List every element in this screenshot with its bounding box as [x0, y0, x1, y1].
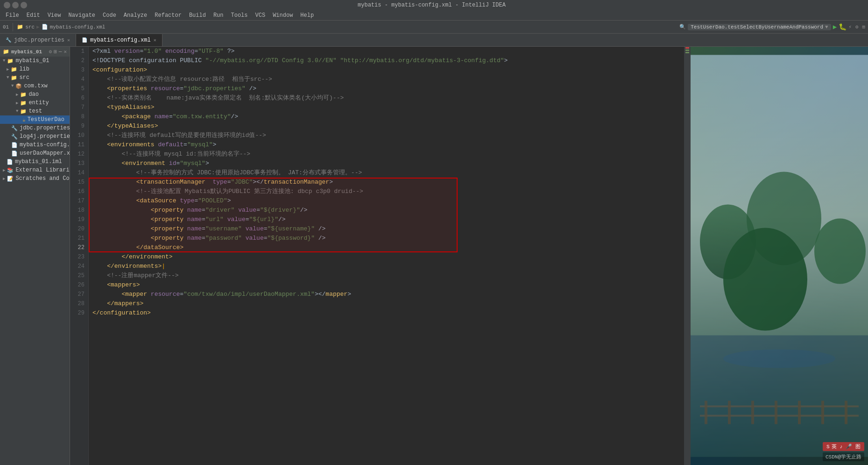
- run-button[interactable]: ▶: [833, 23, 837, 31]
- sidebar: 📁 mybatis_01 ⚙ ⊞ — ✕ ▼ 📁 mybatis_01 ▶ 📁 …: [0, 47, 70, 465]
- code-line-27: <mapper resource="com/txw/dao/impl/userD…: [92, 290, 684, 299]
- toolbar-btn-layout[interactable]: ⊞: [862, 24, 865, 30]
- sidebar-icon-more[interactable]: —: [59, 49, 62, 55]
- window-controls[interactable]: [4, 2, 27, 8]
- minimize-button[interactable]: [4, 2, 10, 8]
- menu-build[interactable]: Build: [185, 10, 210, 20]
- line-num-15: 15: [70, 178, 88, 187]
- debug-button[interactable]: 🐛: [839, 23, 847, 31]
- sidebar-item-src[interactable]: ▼ 📁 src: [0, 73, 70, 82]
- title-bar: mybatis - mybatis-config.xml - IntelliJ …: [0, 0, 868, 10]
- sidebar-header: 📁 mybatis_01 ⚙ ⊞ — ✕: [0, 47, 70, 57]
- menu-view[interactable]: View: [44, 10, 65, 20]
- line-num-11: 11: [70, 140, 88, 150]
- svg-rect-12: [775, 401, 777, 424]
- sidebar-icon-jdbc-props: 🔧: [11, 125, 18, 131]
- sidebar-item-testuseردao[interactable]: ☕ TestUserDao: [0, 115, 70, 124]
- sidebar-item-jdbc-props[interactable]: 🔧 jdbc.properties: [0, 124, 70, 132]
- sidebar-item-mybatis01[interactable]: ▼ 📁 mybatis_01: [0, 57, 70, 65]
- close-button[interactable]: [21, 2, 27, 8]
- menu-code[interactable]: Code: [99, 10, 120, 20]
- window-title: mybatis - mybatis-config.xml - IntelliJ …: [27, 2, 836, 8]
- svg-rect-7: [700, 406, 859, 408]
- sidebar-arrow-ext-libs: ▶: [3, 168, 5, 173]
- sidebar-label-testuserdao: TestUserDao: [28, 116, 64, 123]
- toolbar-search-icon[interactable]: 🔍: [679, 24, 686, 30]
- menu-edit[interactable]: Edit: [23, 10, 44, 20]
- sidebar-icon-settings[interactable]: ⚙: [49, 49, 52, 55]
- svg-point-4: [723, 228, 807, 331]
- code-line-24: </environments>|: [92, 262, 684, 271]
- sidebar-icon-entity: 📁: [20, 100, 27, 106]
- sidebar-icon-mybatis-xml: 📄: [11, 142, 18, 148]
- menu-vcs[interactable]: VCS: [252, 10, 269, 20]
- right-gutter: [684, 47, 691, 465]
- tab-mybatis-config[interactable]: 📄 mybatis-config.xml ✕: [76, 34, 162, 46]
- line-num-3: 3: [70, 65, 88, 75]
- sidebar-label-scratches: Scratches and Consoles: [15, 175, 70, 182]
- menu-window[interactable]: Window: [269, 10, 296, 20]
- menu-navigate[interactable]: Navigate: [64, 10, 99, 20]
- sidebar-icon-java: ☕: [22, 117, 26, 123]
- sidebar-item-iml[interactable]: 📄 mybatis_01.iml: [0, 157, 70, 166]
- sidebar-icon-collapse[interactable]: ✕: [64, 49, 67, 55]
- sidebar-item-mybatis-xml[interactable]: 📄 mybatis-config.xml: [0, 141, 70, 149]
- run-config-selector[interactable]: TestUserDao.testSelectByUsernameAndPassw…: [688, 24, 831, 30]
- code-line-3: <configuration>: [92, 65, 684, 75]
- code-line-28: </mappers>: [92, 299, 684, 308]
- code-line-25: <!--注册mapper文件-->: [92, 271, 684, 280]
- menu-tools[interactable]: Tools: [227, 10, 252, 20]
- tab-jdbc-properties[interactable]: 🔧 jdbc.properties ✕: [0, 34, 76, 46]
- tab-jdbc-icon: 🔧: [6, 37, 11, 43]
- sidebar-item-comtxw[interactable]: ▼ 📦 com.txw: [0, 82, 70, 90]
- menu-refactor[interactable]: Refactor: [151, 10, 185, 20]
- line-num-20: 20: [70, 224, 88, 234]
- background-image-area: CSDN@学无止路 S 英 ♪ 🎤 图: [691, 47, 868, 465]
- sidebar-arrow-comtxw: ▼: [11, 84, 14, 88]
- maximize-button[interactable]: [12, 2, 19, 8]
- sidebar-label-comtxw: com.txw: [24, 83, 47, 89]
- line-num-6: 6: [70, 93, 88, 103]
- sidebar-toolbar-icons: ⚙ ⊞ — ✕: [49, 49, 67, 55]
- sidebar-item-test[interactable]: ▼ 📁 test: [0, 107, 70, 115]
- svg-rect-14: [821, 401, 824, 424]
- menu-run[interactable]: Run: [210, 10, 227, 20]
- toolbar-file-label: mybatis-config.xml: [50, 24, 106, 30]
- menu-file[interactable]: File: [2, 10, 23, 20]
- sidebar-label-lib: lib: [19, 66, 29, 72]
- sidebar-icon-test: 📁: [20, 108, 27, 114]
- sidebar-item-lib[interactable]: ▶ 📁 lib: [0, 65, 70, 73]
- sidebar-item-userdao-mapper[interactable]: 📄 userDaoMapper.xml: [0, 149, 70, 157]
- code-line-8: <package name="com.txw.entity"/>: [92, 112, 684, 122]
- gutter-ok-2: [685, 52, 689, 53]
- editor-area[interactable]: 1 2 3 4 5 6 7 8 9 10 11 12 13 14 15 16 1…: [70, 47, 691, 465]
- menu-analyze[interactable]: Analyze: [120, 10, 151, 20]
- svg-rect-13: [798, 401, 801, 424]
- sidebar-icon-comtxw: 📦: [15, 83, 22, 89]
- tab-jdbc-close[interactable]: ✕: [67, 37, 70, 43]
- code-content[interactable]: <?xml version="1.0" encoding="UTF-8" ?> …: [89, 47, 684, 465]
- sidebar-item-dao[interactable]: ▶ 📁 dao: [0, 90, 70, 99]
- sidebar-label-ext-libs: External Libraries: [15, 167, 70, 173]
- sidebar-item-scratches[interactable]: ▶ 📝 Scratches and Consoles: [0, 174, 70, 183]
- sidebar-item-entity[interactable]: ▶ 📁 entity: [0, 99, 70, 107]
- sidebar-icon-expand[interactable]: ⊞: [54, 49, 57, 55]
- line-num-23: 23: [70, 252, 88, 262]
- line-numbers: 1 2 3 4 5 6 7 8 9 10 11 12 13 14 15 16 1…: [70, 47, 89, 465]
- toolbar-btn-settings[interactable]: ⚙: [855, 24, 859, 30]
- main-layout: 📁 mybatis_01 ⚙ ⊞ — ✕ ▼ 📁 mybatis_01 ▶ 📁 …: [0, 47, 868, 465]
- sidebar-arrow-entity: ▶: [16, 100, 18, 106]
- tab-mybatis-label: mybatis-config.xml: [90, 37, 151, 43]
- menu-help[interactable]: Help: [296, 10, 318, 20]
- sidebar-item-ext-libs[interactable]: ▶ 📚 External Libraries: [0, 166, 70, 174]
- gutter-ok-1: [685, 50, 689, 51]
- code-line-23: </environment>: [92, 252, 684, 262]
- line-num-17: 17: [70, 196, 88, 206]
- toolbar-icon-folder: 📁: [17, 24, 23, 30]
- sidebar-label-mybatis-xml: mybatis-config.xml: [20, 142, 70, 148]
- tab-mybatis-close[interactable]: ✕: [154, 37, 156, 43]
- line-num-18: 18: [70, 206, 88, 215]
- toolbar-btn-sync[interactable]: ⚡: [848, 24, 852, 30]
- sidebar-icon-userdao-mapper: 📄: [11, 150, 18, 157]
- sidebar-item-log4j[interactable]: 🔧 log4j.properties: [0, 132, 70, 141]
